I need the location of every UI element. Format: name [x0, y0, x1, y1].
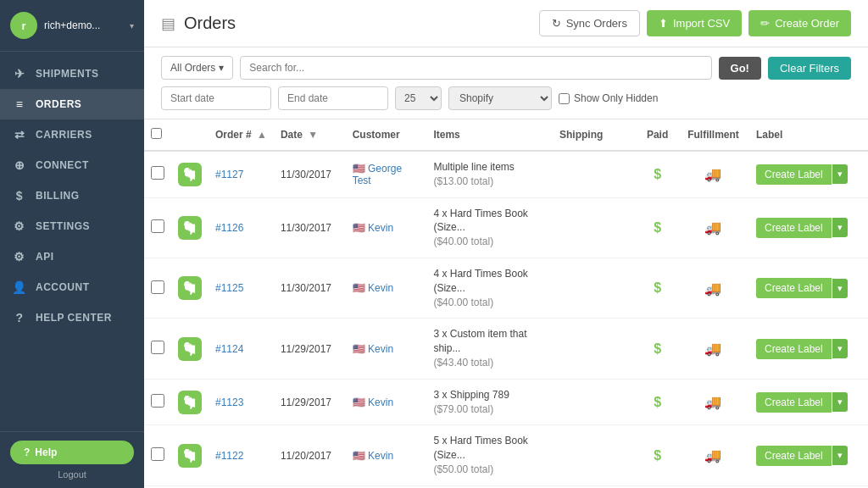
create-label-group: Create Label ▾ — [756, 164, 861, 185]
paid-icon: $ — [654, 395, 661, 409]
sidebar-logo[interactable]: r rich+demo... ▾ — [0, 0, 144, 52]
create-label-group: Create Label ▾ — [756, 339, 861, 359]
order-number-link[interactable]: #1126 — [215, 222, 243, 234]
flag-icon: 🇺🇸 — [353, 450, 365, 462]
shopify-store-icon — [178, 444, 202, 468]
sidebar-item-billing[interactable]: $ BILLING — [0, 180, 144, 211]
customer-link[interactable]: Kevin — [368, 282, 393, 294]
create-order-button[interactable]: ✏ Create Order — [748, 10, 851, 36]
table-row: #1126 11/30/2017 🇺🇸 Kevin 4 x Hard Times… — [144, 197, 868, 258]
order-number-link[interactable]: #1127 — [215, 169, 243, 180]
create-label-group: Create Label ▾ — [756, 278, 861, 298]
fulfillment-icon: 🚚 — [704, 167, 721, 181]
row-checkbox[interactable] — [151, 394, 164, 408]
per-page-select[interactable]: 25 50 100 — [395, 86, 442, 110]
end-date-input[interactable] — [278, 86, 388, 110]
create-label-button[interactable]: Create Label — [756, 164, 832, 185]
table-row: #1123 11/29/2017 🇺🇸 Kevin 3 x Shipping 7… — [144, 379, 868, 425]
customer-link[interactable]: Kevin — [368, 450, 393, 462]
create-label-dropdown-button[interactable]: ▾ — [832, 279, 848, 298]
fulfillment-icon: 🚚 — [704, 220, 721, 235]
create-label-button[interactable]: Create Label — [756, 339, 832, 359]
dropdown-arrow-icon: ▾ — [219, 62, 224, 74]
row-checkbox[interactable] — [151, 447, 164, 461]
shipments-icon: ✈ — [12, 67, 27, 80]
items-description: 3 x Custom item that ship...($43.40 tota… — [433, 327, 546, 369]
order-number-link[interactable]: #1122 — [215, 450, 243, 462]
create-label-button[interactable]: Create Label — [756, 218, 832, 238]
filter-row-1: All Orders ▾ Go! Clear Filters — [161, 56, 851, 80]
store-select[interactable]: Shopify WooCommerce — [448, 86, 552, 110]
clear-filters-button[interactable]: Clear Filters — [768, 57, 851, 80]
import-csv-button[interactable]: ⬆ Import CSV — [647, 10, 742, 36]
create-label-button[interactable]: Create Label — [756, 392, 832, 413]
api-icon: ⚙ — [12, 250, 27, 263]
order-date: 11/29/2017 — [274, 319, 346, 379]
items-description: 5 x Hard Times Book (Size...($50.00 tota… — [433, 434, 546, 476]
sync-icon: ↻ — [552, 17, 561, 30]
sidebar-item-carriers[interactable]: ⇄ CARRIERS — [0, 119, 144, 150]
order-filter-dropdown[interactable]: All Orders ▾ — [161, 56, 233, 80]
account-icon: 👤 — [12, 280, 27, 294]
help-center-icon: ? — [12, 311, 27, 324]
col-date-header[interactable]: Date ▼ — [274, 119, 346, 151]
create-label-dropdown-button[interactable]: ▾ — [832, 164, 848, 184]
search-input[interactable] — [240, 56, 711, 80]
create-label-dropdown-button[interactable]: ▾ — [832, 392, 848, 412]
sidebar-item-api[interactable]: ⚙ API — [0, 241, 144, 272]
col-items-header: Items — [426, 119, 553, 151]
items-description: 4 x Hard Times Book (Size...($40.00 tota… — [433, 267, 546, 309]
create-label-button[interactable]: Create Label — [756, 446, 832, 466]
main-content: ▤ Orders ↻ Sync Orders ⬆ Import CSV ✏ Cr… — [144, 0, 868, 488]
show-hidden-checkbox[interactable] — [559, 93, 570, 104]
order-number-link[interactable]: #1123 — [215, 396, 243, 408]
sidebar-item-help-center[interactable]: ? HELP CENTER — [0, 302, 144, 333]
go-button[interactable]: Go! — [719, 57, 761, 80]
items-description: 4 x Hard Times Book (Size...($40.00 tota… — [433, 207, 546, 249]
sidebar-bottom: ? Help Logout — [0, 431, 144, 488]
logout-link[interactable]: Logout — [10, 469, 134, 480]
show-hidden-checkbox-label[interactable]: Show Only Hidden — [559, 92, 658, 104]
sidebar-item-label: SETTINGS — [36, 220, 90, 232]
order-number-link[interactable]: #1125 — [215, 282, 243, 294]
paid-icon: $ — [654, 341, 661, 356]
row-checkbox[interactable] — [151, 166, 164, 180]
row-checkbox[interactable] — [151, 280, 164, 294]
sidebar-item-shipments[interactable]: ✈ SHIPMENTS — [0, 58, 144, 89]
fulfillment-icon: 🚚 — [704, 395, 721, 409]
shipping-info — [553, 197, 637, 258]
carriers-icon: ⇄ — [12, 128, 27, 141]
customer-link[interactable]: Kevin — [368, 222, 393, 234]
create-label-button[interactable]: Create Label — [756, 278, 832, 298]
create-label-dropdown-button[interactable]: ▾ — [832, 218, 848, 237]
create-label-dropdown-button[interactable]: ▾ — [832, 339, 848, 358]
shipping-info — [553, 319, 637, 379]
table-row: #1127 11/30/2017 🇺🇸 George Test Multiple… — [144, 151, 868, 197]
billing-icon: $ — [12, 189, 27, 202]
select-all-checkbox[interactable] — [151, 128, 162, 139]
row-checkbox[interactable] — [151, 341, 164, 354]
sidebar-item-settings[interactable]: ⚙ SETTINGS — [0, 211, 144, 241]
col-customer-header: Customer — [346, 119, 427, 151]
create-label-dropdown-button[interactable]: ▾ — [832, 446, 848, 465]
table-row: #1122 11/20/2017 🇺🇸 Kevin 5 x Hard Times… — [144, 425, 868, 485]
customer-link[interactable]: Kevin — [368, 396, 393, 408]
customer-link[interactable]: Kevin — [368, 343, 393, 355]
sidebar-item-orders[interactable]: ≡ ORDERS — [0, 89, 144, 119]
create-label-group: Create Label ▾ — [756, 392, 861, 413]
create-label-group: Create Label ▾ — [756, 446, 861, 466]
start-date-input[interactable] — [161, 86, 271, 110]
sidebar-item-connect[interactable]: ⊕ CONNECT — [0, 150, 144, 180]
sync-orders-button[interactable]: ↻ Sync Orders — [539, 10, 640, 36]
flag-icon: 🇺🇸 — [353, 282, 365, 294]
order-date: 11/29/2017 — [274, 379, 346, 425]
items-description: 3 x Shipping 789($79.00 total) — [433, 388, 546, 417]
row-checkbox[interactable] — [151, 219, 164, 233]
sidebar-item-label: BILLING — [36, 190, 80, 202]
paid-icon: $ — [654, 167, 661, 181]
sidebar-item-label: HELP CENTER — [36, 312, 112, 324]
shipping-info — [553, 258, 637, 318]
help-button[interactable]: ? Help — [10, 441, 134, 464]
order-number-link[interactable]: #1124 — [215, 343, 243, 355]
sidebar-item-account[interactable]: 👤 ACCOUNT — [0, 272, 144, 302]
